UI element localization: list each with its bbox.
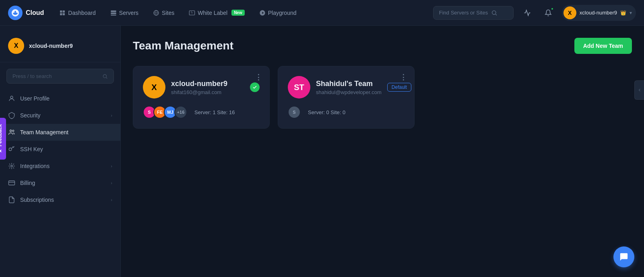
sidebar-item-label-security: Security	[20, 112, 41, 119]
team-card-xcloud: ⋮ X xcloud-number9 shifat160@gmail.com	[133, 66, 270, 129]
sidebar-username: xcloud-number9	[29, 43, 73, 49]
card-members-shahidul: S Server: 0 Site: 0	[288, 106, 405, 119]
user-icon	[8, 95, 15, 102]
sidebar-search[interactable]: Press / to search	[6, 69, 114, 84]
card-info-shahidul: Shahidul's Team shahidul@wpdeveloper.com	[316, 79, 382, 95]
teams-grid: ⋮ X xcloud-number9 shifat160@gmail.com	[133, 66, 632, 129]
card-stats-shahidul: Server: 0 Site: 0	[308, 109, 345, 115]
svg-rect-16	[9, 181, 15, 185]
sidebar-item-security[interactable]: Security ›	[0, 107, 120, 124]
sidebar: X xcloud-number9 Press / to search User …	[0, 26, 121, 277]
card-avatar-xcloud: X	[143, 76, 165, 98]
sidebar-item-integrations[interactable]: Integrations ›	[0, 158, 120, 174]
card-email-xcloud: shifat160@gmail.com	[171, 89, 244, 95]
dashboard-icon	[59, 10, 66, 16]
chevron-right-icon-4: ›	[111, 197, 112, 202]
chevron-right-icon-3: ›	[111, 181, 112, 185]
sidebar-item-team-management[interactable]: Team Management	[0, 124, 120, 141]
card-header-xcloud: X xcloud-number9 shifat160@gmail.com	[143, 76, 260, 98]
bell-icon	[545, 9, 552, 16]
sidebar-item-label-subscriptions: Subscriptions	[20, 197, 54, 203]
logo[interactable]: Cloud	[8, 6, 44, 20]
sidebar-search-icon	[102, 74, 108, 79]
chevron-right-icon-2: ›	[111, 164, 112, 168]
svg-point-15	[11, 165, 13, 167]
white-label-icon	[189, 10, 195, 16]
key-icon	[8, 146, 15, 153]
activity-icon-btn[interactable]	[520, 6, 535, 20]
svg-point-12	[10, 130, 12, 132]
top-navigation: Cloud Dashboard Servers Sites White Labe…	[0, 0, 644, 26]
sidebar-item-label-integrations: Integrations	[20, 163, 50, 169]
member-avatar-count: +16	[174, 106, 187, 119]
card-menu-xcloud[interactable]: ⋮	[255, 73, 263, 82]
svg-rect-2	[60, 13, 62, 15]
logo-icon	[8, 6, 23, 20]
card-stats-xcloud: Server: 1 Site: 16	[194, 109, 235, 115]
svg-rect-3	[63, 13, 65, 15]
activity-icon	[524, 9, 531, 16]
sidebar-item-user-profile[interactable]: User Profile	[0, 90, 120, 107]
check-icon-xcloud	[250, 82, 260, 92]
sidebar-item-ssh-key[interactable]: SSH Key	[0, 141, 120, 158]
sidebar-collapse-button[interactable]	[634, 80, 644, 100]
svg-point-13	[12, 130, 14, 131]
card-members-xcloud: S FE MJ +16 Server: 1 Site: 16	[143, 106, 260, 119]
search-icon	[491, 10, 497, 16]
svg-rect-0	[60, 10, 62, 12]
feedback-star-icon: ★	[0, 149, 3, 153]
feedback-label: Feedback	[0, 124, 3, 146]
svg-rect-6	[111, 14, 116, 15]
card-email-shahidul: shahidul@wpdeveloper.com	[316, 89, 382, 95]
chat-icon	[619, 252, 628, 261]
team-card-shahidul: ⋮ ST Shahidul's Team shahidul@wpdevelope…	[278, 66, 415, 129]
sites-icon	[153, 10, 159, 16]
svg-point-10	[103, 74, 106, 78]
svg-rect-4	[111, 10, 116, 12]
svg-rect-5	[111, 12, 116, 14]
servers-icon	[110, 10, 117, 16]
sidebar-item-billing[interactable]: Billing ›	[0, 174, 120, 191]
nav-playground[interactable]: Playground	[254, 6, 302, 19]
card-avatar-shahidul: ST	[288, 76, 310, 98]
card-name-xcloud: xcloud-number9	[171, 79, 244, 88]
chevron-left-icon	[637, 88, 642, 92]
user-name: xcloud-number9	[580, 10, 617, 16]
user-menu[interactable]: X xcloud-number9 👑 ▾	[562, 5, 636, 21]
main-header: Team Management Add New Team	[133, 38, 632, 54]
main-content: Team Management Add New Team ⋮ X xcloud-…	[121, 26, 644, 277]
nav-sites[interactable]: Sites	[147, 6, 180, 19]
nav-servers-label: Servers	[119, 10, 138, 16]
default-badge: Default	[387, 83, 411, 92]
card-name-shahidul: Shahidul's Team	[316, 79, 382, 88]
svg-rect-1	[63, 10, 65, 12]
nav-sites-label: Sites	[162, 10, 174, 16]
member-avatars-xcloud: S FE MJ +16	[143, 106, 187, 119]
sidebar-item-label-billing: Billing	[20, 180, 35, 186]
nav-dashboard-label: Dashboard	[68, 10, 96, 16]
sidebar-item-subscriptions[interactable]: Subscriptions ›	[0, 191, 120, 208]
chevron-down-icon: ▾	[630, 10, 632, 16]
playground-icon	[259, 10, 266, 16]
notification-icon-btn[interactable]	[541, 6, 555, 20]
feedback-button[interactable]: ★ Feedback	[0, 117, 6, 159]
nav-white-label[interactable]: White Label New	[183, 6, 250, 19]
page-title: Team Management	[133, 39, 233, 52]
nav-dashboard[interactable]: Dashboard	[54, 6, 101, 19]
global-search-placeholder: Find Servers or Sites	[439, 10, 488, 16]
logo-text: Cloud	[26, 9, 44, 16]
chevron-right-icon: ›	[111, 113, 112, 118]
sidebar-avatar: X	[8, 38, 24, 54]
member-avatar-s-shahidul: S	[288, 106, 301, 119]
user-avatar: X	[564, 6, 576, 19]
billing-icon	[8, 179, 15, 187]
sidebar-item-label-team-management: Team Management	[20, 129, 68, 135]
global-search[interactable]: Find Servers or Sites	[433, 6, 514, 20]
svg-point-9	[492, 10, 496, 14]
subscriptions-icon	[8, 196, 15, 203]
add-new-team-button[interactable]: Add New Team	[574, 38, 632, 54]
chat-button[interactable]	[613, 246, 634, 267]
sidebar-search-placeholder: Press / to search	[12, 73, 52, 79]
card-menu-shahidul[interactable]: ⋮	[400, 73, 408, 82]
nav-servers[interactable]: Servers	[105, 6, 144, 19]
